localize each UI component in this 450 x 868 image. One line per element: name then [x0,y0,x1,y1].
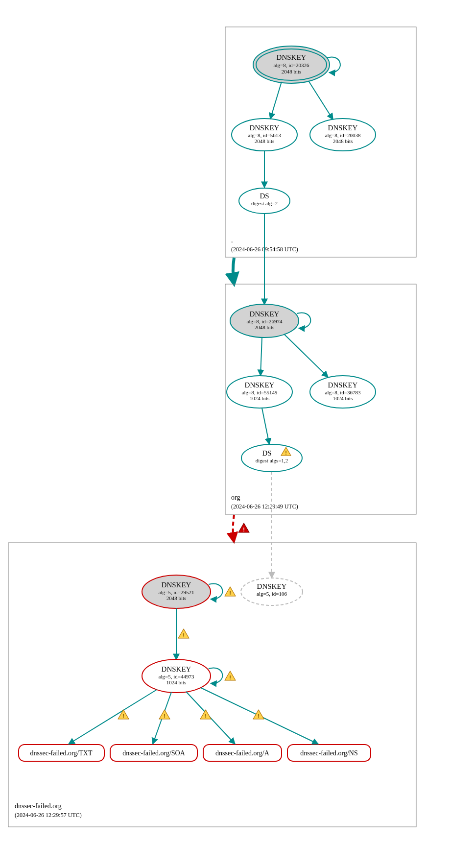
svg-text:1024 bits: 1024 bits [250,395,270,401]
svg-text:!: ! [122,713,124,719]
svg-text:dnssec-failed.org/TXT: dnssec-failed.org/TXT [30,749,93,757]
warning-icon: ! [225,587,236,596]
svg-text:2048 bits: 2048 bits [255,324,275,330]
warning-icon: ! [178,629,189,638]
svg-text:alg=5, id=44973: alg=5, id=44973 [159,674,194,679]
warning-icon: ! [200,710,211,719]
svg-text:alg=8, id=36783: alg=8, id=36783 [325,389,361,395]
svg-text:!: ! [183,632,185,638]
svg-text:alg=8, id=55149: alg=8, id=55149 [242,389,278,395]
svg-text:!: ! [243,527,245,532]
svg-text:alg=5, id=29521: alg=5, id=29521 [159,589,194,595]
svg-text:dnssec-failed.org/NS: dnssec-failed.org/NS [300,749,358,757]
svg-text:DNSKEY: DNSKEY [162,665,191,673]
svg-text:DNSKEY: DNSKEY [245,381,275,389]
svg-text:2048 bits: 2048 bits [333,138,353,144]
node-org-ksk: DNSKEY alg=8, id=26974 2048 bits [230,304,299,338]
node-root-ksk: DNSKEY alg=8, id=20326 2048 bits [253,46,330,83]
node-failed-gray: DNSKEY alg=5, id=106 [241,578,303,605]
zone-org-timestamp: (2024-06-26 12:29:49 UTC) [231,503,298,510]
svg-text:dnssec-failed.org/A: dnssec-failed.org/A [215,749,270,757]
svg-text:2048 bits: 2048 bits [282,69,302,74]
svg-text:DNSKEY: DNSKEY [328,124,358,132]
svg-text:DNSKEY: DNSKEY [162,581,191,589]
svg-text:DS: DS [262,449,271,457]
node-org-zsk1: DNSKEY alg=8, id=55149 1024 bits [227,376,292,408]
svg-text:!: ! [285,450,287,456]
edge-rootksk-zsk1 [270,82,282,119]
edge-deleg-org-failed [233,515,234,543]
edge-orgksk-zsk1 [261,338,262,376]
svg-text:DNSKEY: DNSKEY [277,53,307,61]
warning-icon: ! [225,671,236,680]
warning-icon: ! [159,710,170,719]
edge-rootksk-zsk2 [308,81,333,120]
svg-text:dnssec-failed.org/SOA: dnssec-failed.org/SOA [122,749,186,757]
svg-text:1024 bits: 1024 bits [333,395,353,401]
edge-zsk-txt [69,690,157,744]
node-root-ds: DS digest alg=2 [239,188,290,214]
svg-text:!: ! [229,675,231,680]
zone-org-name: org [231,494,240,501]
svg-text:DNSKEY: DNSKEY [257,582,287,590]
zone-failed-name: dnssec-failed.org [15,802,62,810]
edge-orgzsk1-ds [262,408,269,444]
zone-root-name: . [231,237,233,244]
svg-text:alg=8, id=20038: alg=8, id=20038 [325,132,361,138]
svg-text:alg=8, id=26974: alg=8, id=26974 [247,318,283,324]
node-org-zsk2: DNSKEY alg=8, id=36783 1024 bits [310,376,376,408]
svg-text:1024 bits: 1024 bits [166,679,187,685]
rrset-txt: dnssec-failed.org/TXT [19,745,104,761]
error-icon: ! [238,523,249,532]
svg-text:DNSKEY: DNSKEY [328,381,358,389]
svg-text:!: ! [229,590,231,596]
svg-text:2048 bits: 2048 bits [166,595,187,601]
rrset-ns: dnssec-failed.org/NS [287,745,371,761]
edge-orgksk-zsk2 [284,334,328,377]
svg-text:alg=8, id=5613: alg=8, id=5613 [248,132,281,138]
zone-failed-timestamp: (2024-06-26 12:29:57 UTC) [15,812,82,819]
svg-text:!: ! [205,713,207,719]
svg-text:DNSKEY: DNSKEY [250,310,280,318]
node-failed-ksk: DNSKEY alg=5, id=29521 2048 bits [142,575,211,608]
node-root-zsk1: DNSKEY alg=8, id=5613 2048 bits [232,119,297,151]
svg-text:!: ! [258,713,260,719]
svg-text:digest algs=1,2: digest algs=1,2 [256,458,288,463]
node-failed-zsk: DNSKEY alg=5, id=44973 1024 bits [142,659,211,693]
svg-text:alg=8, id=20326: alg=8, id=20326 [274,62,309,68]
rrset-soa: dnssec-failed.org/SOA [110,745,197,761]
warning-icon: ! [253,710,264,719]
svg-text:DNSKEY: DNSKEY [250,124,280,132]
dnssec-diagram: . (2024-06-26 09:54:58 UTC) DNSKEY alg=8… [0,0,450,868]
edge-deleg-root-org [233,258,234,284]
svg-text:digest alg=2: digest alg=2 [251,200,278,206]
node-org-ds: DS digest algs=1,2 [241,444,302,472]
svg-text:alg=5, id=106: alg=5, id=106 [257,591,287,597]
svg-text:2048 bits: 2048 bits [255,138,275,144]
rrset-a: dnssec-failed.org/A [203,745,282,761]
svg-text:DS: DS [260,192,269,200]
svg-text:!: ! [164,713,166,719]
warning-icon: ! [118,710,129,719]
zone-failed-box [8,543,416,827]
node-root-zsk2: DNSKEY alg=8, id=20038 2048 bits [310,119,376,151]
